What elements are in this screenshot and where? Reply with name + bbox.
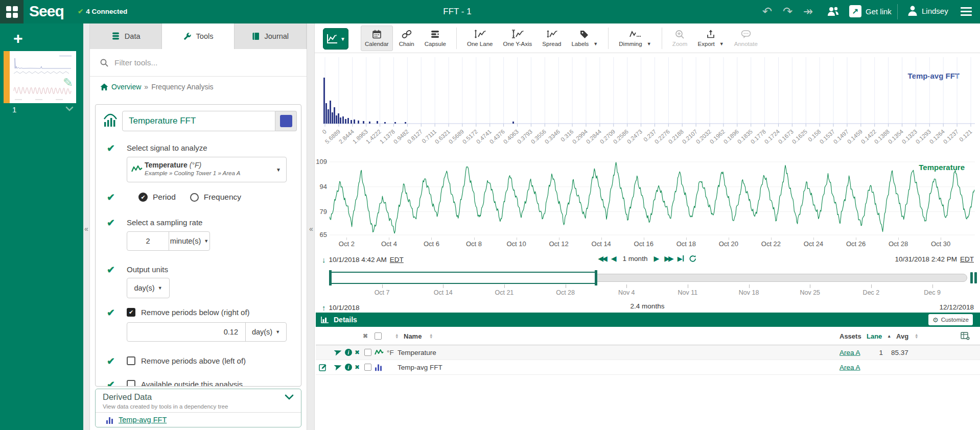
remove-all-icon[interactable] [363, 332, 368, 340]
selector-left-handle[interactable] [329, 270, 332, 285]
export-button[interactable]: Export [694, 26, 728, 51]
labels-button[interactable]: Labels [567, 26, 602, 51]
zoom-button[interactable]: Zoom [668, 26, 692, 51]
hamburger-menu-icon[interactable] [961, 7, 972, 18]
step-back-fast-icon[interactable]: ◀◀ [598, 254, 606, 262]
select-all-checkbox[interactable] [375, 332, 382, 340]
redo-all-icon[interactable]: ↠ [803, 5, 813, 18]
column-assets[interactable]: Assets [839, 332, 861, 340]
column-name[interactable]: Name [404, 332, 422, 340]
fft-result-icon [106, 416, 114, 424]
timezone-link[interactable]: EDT [960, 255, 974, 263]
users-icon[interactable] [827, 6, 840, 17]
top-bar: Seeq ✔4 Connected FFT - 1 ↶ ↷ ↠ ↗ Get li… [0, 0, 980, 23]
collapse-rail-handle[interactable]: « [83, 23, 90, 430]
chain-button[interactable]: Chain [395, 26, 418, 51]
step-forward-icon[interactable]: ▶ [654, 254, 659, 262]
remove-above-checkbox[interactable] [127, 356, 135, 365]
frequency-radio[interactable] [190, 193, 199, 202]
tab-data[interactable]: Data [90, 23, 162, 49]
fft-tick-label: 1.1378 [379, 128, 396, 145]
spread-button[interactable]: Spread [538, 26, 565, 51]
step-forward-fast-icon[interactable]: ▶▶ [664, 254, 672, 262]
remove-below-value-input[interactable]: 0.12 [127, 323, 245, 341]
display-range-end[interactable]: 10/31/2018 2:42 PM EDT [895, 255, 974, 263]
get-link-button[interactable]: ↗ Get link [849, 5, 892, 17]
worksheet-thumbnail[interactable]: ✎ [10, 51, 76, 103]
breadcrumb-overview[interactable]: Overview [111, 83, 141, 91]
range-duration[interactable]: 1 month [623, 255, 648, 262]
remove-below-unit-select[interactable]: day(s) [245, 323, 286, 341]
step-check-icon [107, 264, 115, 276]
connection-status[interactable]: ✔4 Connected [78, 7, 127, 15]
sort-icon[interactable] [395, 333, 399, 339]
column-config-icon[interactable] [961, 332, 970, 340]
asset-link[interactable]: Area A [839, 364, 860, 371]
sampling-unit-select[interactable]: minute(s) [169, 232, 209, 250]
selector-right-handle[interactable] [595, 270, 597, 285]
tab-tools[interactable]: Tools [162, 23, 234, 49]
investigate-end[interactable]: 12/12/2018 [939, 303, 974, 311]
send-to-trend-icon[interactable] [334, 349, 342, 356]
info-icon[interactable]: i [345, 349, 352, 356]
display-range-selector[interactable] [330, 272, 597, 284]
redo-icon[interactable]: ↷ [783, 5, 792, 18]
edit-pencil-icon[interactable] [319, 363, 327, 371]
seeq-logo[interactable]: Seeq [29, 3, 64, 20]
sort-icon[interactable] [915, 333, 918, 339]
investigate-start[interactable]: ↑ 10/1/2018 [322, 303, 360, 312]
timezone-link[interactable]: EDT [390, 256, 404, 264]
undo-icon[interactable]: ↶ [762, 5, 772, 18]
period-radio[interactable] [138, 193, 148, 202]
color-swatch-button[interactable] [275, 111, 297, 131]
sort-icon[interactable] [429, 333, 433, 339]
derived-item: Temp-avg FFT [106, 416, 167, 424]
row-checkbox[interactable] [364, 349, 371, 356]
fft-tick-label: 0.1354 [887, 128, 904, 145]
timebar-resize-icon[interactable] [970, 272, 977, 283]
collapse-tools-panel-handle[interactable]: « [307, 23, 315, 430]
edit-pencil-icon: ✎ [63, 76, 73, 90]
dimming-button[interactable]: Dimming [615, 26, 655, 51]
filter-tools-input[interactable]: Filter tools... [90, 49, 307, 77]
row-checkbox[interactable] [364, 364, 371, 371]
remove-icon[interactable] [355, 364, 360, 371]
derived-item-link[interactable]: Temp-avg FFT [119, 416, 167, 424]
step-to-end-icon[interactable]: ▶ [678, 255, 684, 262]
user-menu[interactable]: Lindsey [907, 5, 948, 16]
calendar-button[interactable]: Calendar [361, 26, 393, 51]
one-lane-button[interactable]: One Lane [463, 26, 497, 51]
app-switcher-button[interactable] [0, 0, 24, 23]
remove-icon[interactable] [355, 349, 360, 356]
send-to-trend-icon[interactable] [334, 364, 342, 371]
signal-select-dropdown[interactable]: Temperature (°F) Example » Cooling Tower… [127, 157, 287, 182]
investigate-duration[interactable]: 2.4 months [631, 302, 665, 310]
home-icon[interactable] [100, 83, 108, 91]
worksheet-chevron-down-icon[interactable] [65, 106, 74, 111]
table-row-temperature[interactable]: i °F Temperature Area A 1 85.37 [316, 345, 980, 360]
annotate-button[interactable]: Annotate [730, 26, 762, 51]
temperature-chart[interactable] [330, 159, 975, 237]
clipped-option-checkbox[interactable] [127, 380, 135, 387]
sampling-value-input[interactable]: 2 [127, 232, 169, 250]
step-back-icon[interactable]: ◀ [611, 254, 617, 262]
info-icon[interactable]: i [345, 364, 352, 371]
tab-journal[interactable]: Journal [235, 23, 307, 49]
wrench-icon [183, 32, 192, 41]
refresh-icon[interactable] [689, 255, 697, 262]
labels-tag-icon [579, 30, 590, 39]
add-worksheet-button[interactable]: + [13, 31, 23, 46]
tool-name-input[interactable]: Temperature FFT [122, 111, 275, 131]
column-avg[interactable]: Avg [896, 332, 908, 340]
capsule-button[interactable]: Capsule [421, 26, 450, 51]
derived-collapse-chevron-icon[interactable] [285, 394, 294, 400]
table-row-temp-avg-fft[interactable]: i Temp-avg FFT Area A [316, 360, 980, 375]
column-lane[interactable]: Lane [867, 332, 882, 340]
display-range-start[interactable]: ↓ 10/1/2018 4:42 AM EDT [322, 255, 404, 264]
fft-chart[interactable] [323, 57, 975, 128]
remove-below-checkbox[interactable] [127, 308, 135, 317]
output-unit-select[interactable]: day(s) [127, 278, 170, 298]
asset-link[interactable]: Area A [839, 349, 860, 356]
customize-button[interactable]: Customize [928, 314, 973, 325]
one-y-axis-button[interactable]: One Y-Axis [499, 26, 536, 51]
